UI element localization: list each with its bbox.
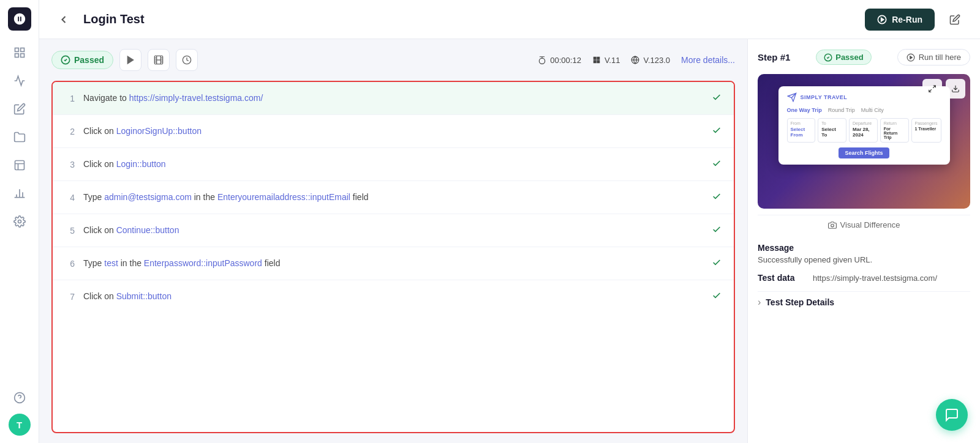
sidebar-logo[interactable] (8, 7, 31, 31)
step-check-icon (712, 158, 722, 171)
return-field: Return For Return Trip (880, 118, 909, 143)
svg-rect-4 (15, 161, 24, 170)
step-row[interactable]: 4Type admin@testsigma.com in the Enteryo… (53, 181, 734, 214)
step-row[interactable]: 7Click on Submit::button (53, 280, 734, 313)
bar-chart-icon (13, 187, 26, 199)
sidebar-item-dashboard[interactable] (7, 153, 32, 177)
multi-city-tab: Multi City (861, 107, 884, 113)
toolbar: Passed (51, 49, 735, 71)
filmstrip-button[interactable] (148, 49, 170, 71)
step-check-icon (712, 258, 722, 270)
step-text: Type test in the Enterpassword::inputPas… (83, 257, 703, 270)
step-number: 7 (65, 292, 75, 302)
browser-icon (631, 56, 639, 64)
dashboard-icon (13, 159, 26, 171)
svg-rect-3 (20, 54, 24, 58)
timer-meta: 00:00:12 (538, 56, 581, 65)
screenshot-area: SIMPLY TRAVEL One Way Trip Round Trip Mu… (758, 74, 970, 209)
svg-point-31 (831, 224, 834, 227)
sidebar-item-edit[interactable] (7, 97, 32, 121)
download-icon (951, 84, 960, 93)
screenshot-actions (922, 79, 965, 99)
flight-fields: From Select From To Select To Departure … (787, 118, 941, 143)
svg-point-9 (18, 220, 21, 223)
folder-icon (13, 131, 26, 143)
back-button[interactable] (54, 10, 74, 29)
step-row[interactable]: 5Click on Continue::button (53, 214, 734, 247)
step-number: 2 (65, 127, 75, 136)
settings-icon (13, 215, 26, 228)
step-text: Type admin@testsigma.com in the Enteryou… (83, 191, 703, 204)
sidebar-item-grid[interactable] (7, 40, 32, 65)
plane-icon (787, 92, 797, 102)
visual-difference-button[interactable]: Visual Difference (758, 215, 970, 234)
header: Login Test Re-Run (39, 0, 980, 39)
sidebar-item-folder[interactable] (7, 125, 32, 149)
step-check-icon (712, 291, 722, 303)
more-details-link[interactable]: More details... (681, 55, 735, 65)
svg-rect-0 (15, 48, 18, 52)
test-step-details-row[interactable]: › Test Step Details (758, 291, 970, 313)
step-label: Step #1 (758, 52, 790, 62)
back-arrow-icon (58, 13, 70, 26)
step-number: 6 (65, 259, 75, 269)
rerun-button[interactable]: Re-Run (865, 9, 935, 31)
edit-icon (949, 14, 960, 25)
check-circle-icon (61, 55, 70, 65)
step-row[interactable]: 2Click on LoginorSignUp::button (53, 115, 734, 148)
expand-icon (928, 84, 937, 93)
step-text: Click on LoginorSignUp::button (83, 125, 703, 138)
sidebar-item-settings[interactable] (7, 209, 32, 234)
run-till-button[interactable]: Run till here (897, 49, 970, 65)
history-button[interactable] (176, 49, 198, 71)
one-way-tab: One Way Trip (787, 107, 822, 113)
step-text: Click on Login::button (83, 158, 703, 171)
steps-panel: Passed (39, 39, 747, 443)
help-icon (13, 392, 26, 404)
right-status-badge: Passed (816, 50, 872, 65)
message-label: Message (758, 243, 970, 253)
step-check-icon (712, 92, 722, 105)
step-text: Navigate to https://simply-travel.testsi… (83, 92, 703, 105)
sidebar-item-help[interactable] (7, 385, 32, 410)
svg-rect-1 (20, 48, 24, 52)
film-icon (154, 55, 164, 65)
browser-version-meta: V.123.0 (631, 56, 670, 65)
status-badge-passed: Passed (51, 51, 113, 69)
info-section: Message Successfully opened given URL. T… (758, 243, 970, 313)
message-value: Successfully opened given URL. (758, 255, 970, 264)
svg-rect-2 (15, 54, 18, 58)
sidebar: T (0, 0, 39, 443)
step-row[interactable]: 6Type test in the Enterpassword::inputPa… (53, 247, 734, 280)
from-field: From Select From (787, 118, 816, 143)
search-flights-button: Search Flights (839, 147, 889, 158)
svg-marker-29 (910, 56, 912, 59)
edit-button[interactable] (944, 9, 965, 30)
step-check-icon (712, 192, 722, 204)
sidebar-item-activity[interactable] (7, 69, 32, 93)
sidebar-item-chart[interactable] (7, 181, 32, 206)
test-data-row: Test data https://simply-travel.testsigm… (758, 273, 970, 283)
download-button[interactable] (946, 79, 965, 99)
step-row[interactable]: 1Navigate to https://simply-travel.tests… (53, 82, 734, 115)
body-area: Passed (39, 39, 980, 443)
svg-marker-13 (881, 18, 884, 21)
chat-icon (944, 408, 959, 422)
avatar[interactable]: T (9, 414, 31, 436)
right-panel-header: Step #1 Passed Run till here (758, 49, 970, 65)
svg-marker-15 (127, 56, 133, 64)
page-title: Login Test (83, 12, 855, 26)
step-text: Click on Continue::button (83, 224, 703, 237)
to-field: To Select To (818, 118, 846, 143)
pencil-icon (13, 103, 26, 115)
step-row[interactable]: 3Click on Login::button (53, 148, 734, 181)
expand-button[interactable] (922, 79, 942, 99)
run-till-icon (907, 53, 915, 62)
chat-fab-button[interactable] (936, 399, 968, 431)
windows-icon (592, 56, 601, 64)
check-circle-small-icon (824, 53, 832, 62)
main-content: Login Test Re-Run Passed (39, 0, 980, 443)
step-number: 3 (65, 160, 75, 169)
play-button[interactable] (119, 49, 141, 71)
logo-icon (13, 12, 26, 26)
